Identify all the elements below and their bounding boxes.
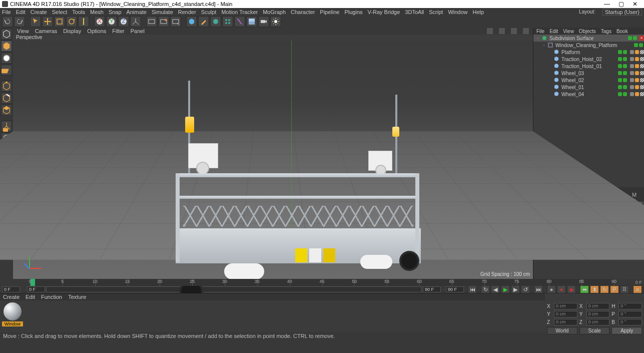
omenu-objects[interactable]: Objects xyxy=(579,29,596,34)
tag-icon[interactable] xyxy=(640,64,644,68)
tree-item-name[interactable]: Traction_Hoist_02 xyxy=(560,57,618,62)
visibility-dot[interactable] xyxy=(623,71,627,75)
tag-icon[interactable] xyxy=(635,85,639,89)
rot-p[interactable]: 0 ° xyxy=(618,311,642,317)
rot-b[interactable]: 0 ° xyxy=(618,319,642,325)
visibility-dot[interactable] xyxy=(639,43,643,47)
y-axis-lock[interactable]: Y xyxy=(106,16,117,27)
size-z[interactable]: 0 cm xyxy=(586,319,610,325)
tree-item-name[interactable]: Platform xyxy=(560,50,618,55)
scale-tool[interactable] xyxy=(54,16,65,27)
goto-end-button[interactable]: ⏭ xyxy=(534,285,543,293)
key-pos-button[interactable]: ⬌ xyxy=(580,285,589,293)
omenu-book[interactable]: Book xyxy=(616,29,628,34)
view-pan-icon[interactable] xyxy=(499,28,505,34)
vmenu-panel[interactable]: Panel xyxy=(131,28,145,34)
add-cloner[interactable] xyxy=(222,16,233,27)
tag-icon[interactable] xyxy=(635,57,639,61)
make-editable[interactable] xyxy=(1,29,12,40)
visibility-dot[interactable] xyxy=(634,43,638,47)
select-tool[interactable] xyxy=(30,16,41,27)
tag-icon[interactable] xyxy=(640,92,644,96)
step-back-button[interactable]: ◀ xyxy=(491,285,500,293)
z-axis-lock[interactable]: Z xyxy=(118,16,129,27)
add-light[interactable] xyxy=(270,16,281,27)
add-environment[interactable] xyxy=(246,16,257,27)
tag-icon[interactable] xyxy=(635,71,639,75)
x-axis-lock[interactable]: X xyxy=(94,16,105,27)
tree-item-name[interactable]: Wheel_01 xyxy=(560,85,618,90)
visibility-dot[interactable] xyxy=(628,36,632,40)
tree-item-name[interactable]: Wheel_03 xyxy=(560,71,618,76)
tree-toggle[interactable]: - xyxy=(541,43,546,48)
move-tool[interactable] xyxy=(42,16,53,27)
mmenu-create[interactable]: Create xyxy=(3,294,20,300)
render-settings[interactable] xyxy=(170,16,181,27)
texture-mode[interactable] xyxy=(1,53,12,64)
menu-file[interactable]: File xyxy=(2,9,11,15)
tree-item-name[interactable]: Wheel_02 xyxy=(560,78,618,83)
key-scale-button[interactable]: ⬍ xyxy=(590,285,599,293)
tag-icon[interactable] xyxy=(640,78,644,82)
tree-row[interactable]: -Window_Cleaning_Platform xyxy=(533,42,644,49)
tag-icon[interactable] xyxy=(640,71,644,75)
render-picture-viewer[interactable] xyxy=(158,16,169,27)
menu-motion-tracker[interactable]: Motion Tracker xyxy=(221,9,258,15)
play-button[interactable]: ▶ xyxy=(501,285,510,293)
tag-icon[interactable] xyxy=(640,85,644,89)
range-end-field[interactable]: 90 F xyxy=(446,286,464,292)
menu-render[interactable]: Render xyxy=(178,9,196,15)
tree-row[interactable]: Wheel_04 xyxy=(533,91,644,98)
keyframe-button[interactable]: ◉ xyxy=(567,285,576,293)
menu-mesh[interactable]: Mesh xyxy=(90,9,104,15)
coord-apply-button[interactable]: Apply xyxy=(611,327,642,334)
tag-icon[interactable] xyxy=(635,78,639,82)
edge-mode[interactable] xyxy=(1,93,12,104)
omenu-edit[interactable]: Edit xyxy=(549,29,558,34)
tag-icon[interactable] xyxy=(630,85,634,89)
undo-button[interactable] xyxy=(2,16,13,27)
mmenu-edit[interactable]: Edit xyxy=(26,294,35,300)
vmenu-filter[interactable]: Filter xyxy=(112,28,124,34)
menu-animate[interactable]: Animate xyxy=(127,9,147,15)
key-options-button[interactable]: ≡ xyxy=(633,285,642,293)
add-camera[interactable] xyxy=(258,16,269,27)
current-frame-field[interactable]: 0 F xyxy=(27,286,45,292)
maximize-button[interactable]: ▢ xyxy=(614,1,628,8)
tag-icon[interactable] xyxy=(630,64,634,68)
tree-item-name[interactable]: Window_Cleaning_Platform xyxy=(554,43,634,48)
key-param-button[interactable]: P xyxy=(610,285,619,293)
tag-icon[interactable] xyxy=(635,50,639,54)
visibility-dot[interactable] xyxy=(618,50,622,54)
menu-snap[interactable]: Snap xyxy=(109,9,122,15)
close-button[interactable]: ✕ xyxy=(628,1,642,8)
menu-create[interactable]: Create xyxy=(31,9,47,15)
menu-tools[interactable]: Tools xyxy=(72,9,85,15)
view-nav-icon[interactable] xyxy=(487,28,493,34)
model-mode[interactable] xyxy=(1,41,12,52)
visibility-dot[interactable] xyxy=(623,50,627,54)
coord-y筐[interactable]: 0 cm xyxy=(554,311,577,317)
tag-icon[interactable] xyxy=(630,78,634,82)
tree-row[interactable]: Platform xyxy=(533,49,644,56)
polygon-mode[interactable] xyxy=(1,105,12,116)
coord-z[interactable]: 0 cm xyxy=(554,319,577,325)
tag-icon[interactable] xyxy=(640,57,644,61)
view-toggle-icon[interactable] xyxy=(523,28,529,34)
loop-button[interactable]: ↻ xyxy=(481,285,490,293)
add-deformer[interactable] xyxy=(234,16,245,27)
menu-mograph[interactable]: MoGraph xyxy=(263,9,286,15)
tree-row[interactable]: Wheel_02 xyxy=(533,77,644,84)
omenu-tags[interactable]: Tags xyxy=(601,29,611,34)
material-name[interactable]: Window xyxy=(2,321,23,326)
menu-window[interactable]: Window xyxy=(448,9,467,15)
goto-start-button[interactable]: ⏮ xyxy=(468,285,477,293)
menu-script[interactable]: Script xyxy=(429,9,443,15)
menu-plugins[interactable]: Plugins xyxy=(344,9,362,15)
visibility-dot[interactable] xyxy=(618,64,622,68)
tag-icon[interactable] xyxy=(635,64,639,68)
redo-button[interactable] xyxy=(14,16,25,27)
add-subdiv[interactable] xyxy=(210,16,221,27)
add-pen[interactable] xyxy=(198,16,209,27)
tag-icon[interactable] xyxy=(630,50,634,54)
